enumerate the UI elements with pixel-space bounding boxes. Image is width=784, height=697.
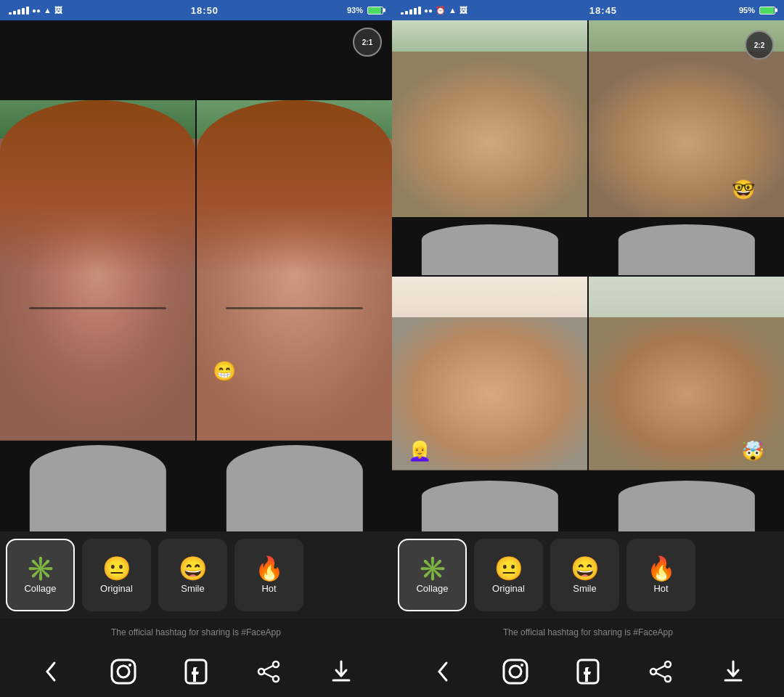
svg-point-12 (520, 664, 523, 667)
right-filter-bar: ✳️ Collage 😐 Original 😄 Smile 🔥 Hot (392, 531, 784, 619)
battery-percent-left: 93% (347, 6, 363, 15)
right-status-right: 95% (739, 6, 775, 15)
smile-icon-right: 😄 (571, 557, 600, 580)
instagram-icon-left (110, 659, 136, 685)
shirt-2 (226, 445, 362, 531)
hair-1 (0, 100, 195, 273)
original-icon-left: 😐 (102, 557, 131, 580)
girl-smiling-image (197, 100, 392, 531)
right-wifi-icon: ▲ (449, 6, 457, 15)
left-time: 18:50 (191, 5, 219, 16)
battery-icon-right (759, 7, 775, 15)
svg-line-8 (264, 673, 273, 677)
left-instagram-button[interactable] (109, 657, 138, 686)
right-time: 18:45 (589, 5, 617, 16)
left-download-button[interactable] (327, 657, 356, 686)
left-back-button[interactable] (36, 657, 65, 686)
original-icon-right: 😐 (494, 557, 523, 580)
carrier-text: ●● (32, 7, 41, 15)
left-share-button[interactable] (254, 657, 283, 686)
facebook-icon-left (184, 659, 208, 685)
filter-original-right[interactable]: 😐 Original (474, 539, 543, 611)
right-facebook-button[interactable] (573, 657, 603, 686)
filter-hot-right[interactable]: 🔥 Hot (626, 539, 695, 611)
left-cell-2[interactable]: 😁 (197, 100, 392, 531)
battery-fill-left (368, 7, 381, 14)
battery-icon-left (367, 7, 383, 15)
right-share-button[interactable] (646, 657, 675, 686)
filter-collage-left[interactable]: ✳️ Collage (6, 539, 75, 611)
emoji-blonde: 👱‍♀️ (408, 441, 431, 460)
right-collage-grid: 🤓 👱‍♀️ 🤯 (392, 20, 784, 531)
emoji-surprised: 🤯 (741, 441, 764, 460)
girl-pouty-image (0, 100, 195, 531)
glasses-2 (226, 307, 362, 309)
smile-label-right: Smile (573, 583, 597, 594)
download-icon-right (722, 659, 744, 685)
right-hashtag-area: The official hashtag for sharing is #Fac… (392, 619, 784, 646)
left-collage-grid: 😁 (0, 100, 392, 531)
collage-icon-left: ✳️ (26, 557, 55, 580)
right-cell-4[interactable]: 🤯 (589, 277, 784, 531)
collage-label-right: Collage (416, 583, 448, 594)
right-download-button[interactable] (719, 657, 748, 686)
battery-fill-right (760, 7, 774, 14)
left-cell-1[interactable] (0, 100, 195, 531)
right-instagram-button[interactable] (501, 657, 530, 686)
battery-percent-right: 95% (739, 6, 755, 15)
left-hashtag-area: The official hashtag for sharing is #Fac… (0, 619, 392, 646)
emoji-grin-left: 😁 (213, 362, 236, 380)
collage-label-left: Collage (24, 583, 56, 594)
young-woman-bottom-image (392, 277, 587, 531)
svg-point-15 (650, 669, 656, 674)
svg-point-14 (665, 661, 671, 667)
right-collage-area: 2:2 🤓 👱‍♀️ (392, 20, 784, 531)
svg-point-16 (665, 676, 671, 682)
svg-point-11 (510, 666, 521, 677)
shirt-4 (618, 224, 754, 275)
hot-icon-left: 🔥 (255, 557, 284, 580)
photo-icon: 🖼 (54, 6, 62, 15)
right-back-button[interactable] (428, 657, 457, 686)
hair-2 (197, 100, 392, 273)
young-man-top-image (392, 20, 587, 275)
svg-line-18 (656, 673, 665, 677)
hot-label-left: Hot (261, 583, 276, 594)
share-icon-right (648, 659, 674, 685)
filter-smile-left[interactable]: 😄 Smile (158, 539, 227, 611)
filter-original-left[interactable]: 😐 Original (82, 539, 151, 611)
left-top-dark: 2:1 (0, 20, 392, 100)
instagram-icon-right (502, 659, 528, 685)
right-carrier-text: ●● (424, 7, 433, 15)
young-man2-bottom-image (589, 277, 784, 531)
right-cell-1[interactable] (392, 20, 587, 275)
hot-label-right: Hot (653, 583, 668, 594)
right-alarm-icon: ⏰ (436, 6, 446, 15)
wifi-icon: ▲ (44, 6, 52, 15)
right-phone-panel: ●● ⏰ ▲ 🖼 18:45 95% 2:2 (392, 0, 784, 697)
right-status-bar: ●● ⏰ ▲ 🖼 18:45 95% (392, 0, 784, 20)
svg-point-5 (258, 669, 264, 674)
glasses-1 (29, 307, 166, 309)
left-status-right: 93% (347, 6, 383, 15)
right-status-left: ●● ⏰ ▲ 🖼 (401, 6, 467, 15)
left-status-left: ●● ▲ 🖼 (9, 6, 62, 15)
svg-point-1 (118, 666, 129, 677)
left-ratio-badge[interactable]: 2:1 (353, 28, 382, 57)
hot-icon-right: 🔥 (647, 557, 676, 580)
right-photo-icon: 🖼 (460, 6, 467, 15)
share-icon-left (256, 659, 282, 685)
right-cell-3[interactable]: 👱‍♀️ (392, 277, 587, 531)
left-facebook-button[interactable] (181, 657, 211, 686)
filter-smile-right[interactable]: 😄 Smile (550, 539, 619, 611)
svg-line-7 (264, 666, 273, 670)
emoji-glasses: 🤓 (732, 180, 755, 199)
right-ratio-badge[interactable]: 2:2 (745, 30, 774, 60)
svg-rect-0 (112, 660, 135, 683)
shirt-1 (29, 445, 166, 531)
filter-hot-left[interactable]: 🔥 Hot (234, 539, 303, 611)
filter-collage-right[interactable]: ✳️ Collage (398, 539, 467, 611)
left-hashtag-text: The official hashtag for sharing is #Fac… (111, 627, 281, 637)
right-bottom-toolbar (392, 646, 784, 697)
svg-point-4 (273, 661, 279, 667)
